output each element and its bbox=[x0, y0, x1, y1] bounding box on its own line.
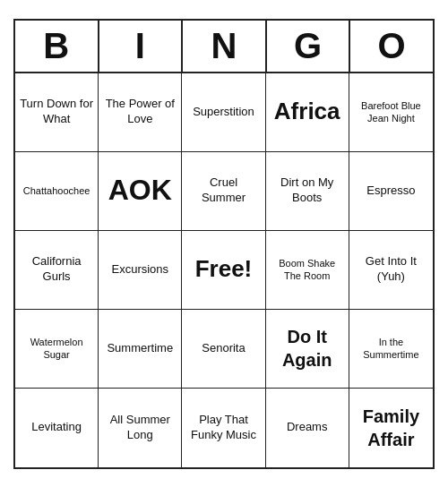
cell-text-5: Chattahoochee bbox=[23, 184, 90, 197]
bingo-cell-22[interactable]: Play That Funky Music bbox=[182, 389, 265, 467]
bingo-cell-20[interactable]: Levitating bbox=[15, 389, 99, 467]
cell-text-17: Senorita bbox=[202, 341, 245, 356]
bingo-cell-11[interactable]: Excursions bbox=[99, 231, 182, 310]
bingo-cell-12[interactable]: Free! bbox=[182, 231, 265, 310]
bingo-cell-21[interactable]: All Summer Long bbox=[99, 389, 182, 467]
header-letter-b: B bbox=[15, 21, 99, 72]
header-letter-n: N bbox=[183, 21, 267, 72]
cell-text-23: Dreams bbox=[287, 420, 328, 435]
cell-text-8: Dirt on My Boots bbox=[271, 175, 344, 206]
cell-text-7: Cruel Summer bbox=[186, 175, 260, 206]
cell-text-0: Turn Down for What bbox=[20, 97, 93, 127]
cell-text-19: In the Summertime bbox=[354, 336, 428, 362]
cell-text-15: Watermelon Sugar bbox=[20, 336, 93, 362]
cell-text-13: Boom Shake The Room bbox=[271, 257, 344, 283]
bingo-cell-17[interactable]: Senorita bbox=[182, 310, 265, 389]
bingo-cell-6[interactable]: AOK bbox=[99, 152, 182, 231]
bingo-cell-10[interactable]: California Gurls bbox=[15, 231, 99, 310]
cell-text-18: Do It Again bbox=[271, 325, 344, 372]
bingo-cell-23[interactable]: Dreams bbox=[266, 389, 349, 467]
bingo-cell-2[interactable]: Superstition bbox=[182, 73, 265, 152]
bingo-cell-1[interactable]: The Power of Love bbox=[99, 73, 182, 152]
cell-text-1: The Power of Love bbox=[103, 97, 177, 127]
cell-text-10: California Gurls bbox=[20, 254, 93, 285]
bingo-cell-7[interactable]: Cruel Summer bbox=[182, 152, 265, 231]
cell-text-14: Get Into It (Yuh) bbox=[354, 254, 428, 285]
header-letter-o: O bbox=[350, 21, 433, 72]
cell-text-2: Superstition bbox=[193, 105, 254, 120]
cell-text-22: Play That Funky Music bbox=[186, 413, 260, 443]
bingo-card: BINGO Turn Down for WhatThe Power of Lov… bbox=[13, 19, 435, 469]
cell-text-6: AOK bbox=[108, 172, 172, 209]
bingo-cell-24[interactable]: Family Affair bbox=[349, 389, 433, 467]
bingo-cell-19[interactable]: In the Summertime bbox=[349, 310, 433, 389]
cell-text-12: Free! bbox=[195, 254, 253, 285]
bingo-cell-15[interactable]: Watermelon Sugar bbox=[15, 310, 99, 389]
cell-text-9: Espresso bbox=[366, 184, 415, 199]
bingo-grid: Turn Down for WhatThe Power of LoveSuper… bbox=[15, 73, 433, 467]
bingo-cell-9[interactable]: Espresso bbox=[349, 152, 433, 231]
bingo-cell-18[interactable]: Do It Again bbox=[266, 310, 349, 389]
bingo-cell-13[interactable]: Boom Shake The Room bbox=[266, 231, 349, 310]
bingo-cell-8[interactable]: Dirt on My Boots bbox=[266, 152, 349, 231]
cell-text-20: Levitating bbox=[31, 420, 82, 435]
bingo-header: BINGO bbox=[15, 21, 433, 73]
cell-text-16: Summertime bbox=[107, 341, 173, 356]
header-letter-g: G bbox=[267, 21, 351, 72]
cell-text-11: Excursions bbox=[112, 262, 169, 278]
bingo-cell-16[interactable]: Summertime bbox=[99, 310, 182, 389]
cell-text-21: All Summer Long bbox=[103, 413, 177, 443]
bingo-cell-0[interactable]: Turn Down for What bbox=[15, 73, 99, 152]
cell-text-4: Barefoot Blue Jean Night bbox=[354, 99, 428, 125]
cell-text-24: Family Affair bbox=[354, 405, 428, 451]
bingo-cell-5[interactable]: Chattahoochee bbox=[15, 152, 99, 231]
bingo-cell-3[interactable]: Africa bbox=[266, 73, 349, 152]
bingo-cell-14[interactable]: Get Into It (Yuh) bbox=[349, 231, 433, 310]
cell-text-3: Africa bbox=[274, 97, 340, 127]
header-letter-i: I bbox=[99, 21, 184, 72]
bingo-cell-4[interactable]: Barefoot Blue Jean Night bbox=[349, 73, 433, 152]
